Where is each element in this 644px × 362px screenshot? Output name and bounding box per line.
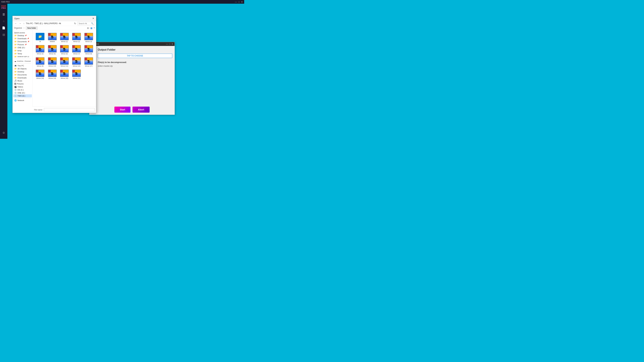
sidebar-item-label: Temp bbox=[18, 53, 22, 55]
file-item-4k[interactable]: 📁 4k bbox=[35, 32, 46, 43]
file-item-390609[interactable]: 390609 bbox=[47, 32, 58, 43]
home-icon[interactable]: ⌂ bbox=[1, 18, 6, 24]
main-area: Open ✕ ← → ↑ This PC › TWO (E:) › WALLPA… bbox=[8, 4, 244, 139]
file-item-winrar9[interactable]: Winrar (9) bbox=[35, 57, 46, 67]
pin-icon: 📌 bbox=[25, 35, 27, 36]
folder-icon: 📁 bbox=[14, 52, 17, 55]
file-item-winrar6[interactable]: Winrar (6) bbox=[59, 44, 70, 55]
sidebar-item-3d[interactable]: 📁 3D Objects bbox=[13, 67, 32, 70]
file-item-winrar1[interactable]: Winrar (1) bbox=[59, 32, 70, 43]
output-close-btn[interactable]: ✕ bbox=[172, 43, 173, 45]
output-maximize-btn[interactable]: □ bbox=[169, 43, 170, 45]
view-icon-1[interactable]: ⊞ bbox=[87, 27, 89, 29]
pin-icon: 📌 bbox=[28, 41, 29, 42]
sidebar-item-pictures-pc[interactable]: 🖼 Pictures bbox=[13, 82, 32, 85]
path-wallpapers[interactable]: WALLPAPERS bbox=[44, 22, 58, 25]
settings-icon[interactable]: ⚙ bbox=[1, 130, 6, 135]
help-icon[interactable]: ? bbox=[94, 27, 95, 29]
file-item-winrar7[interactable]: Winrar (7) bbox=[71, 44, 82, 55]
sidebar-item-desktop-quick[interactable]: 📁 Desktop 📌 bbox=[13, 34, 32, 37]
file-icon[interactable]: 📄 bbox=[1, 25, 6, 30]
rar-thumb bbox=[36, 45, 44, 52]
close-btn[interactable]: ✕ bbox=[241, 1, 243, 3]
sidebar-item-pictures-quick[interactable]: 📁 Pictures 📌 bbox=[13, 43, 32, 46]
rar-thumb bbox=[72, 69, 81, 77]
rar-thumb bbox=[60, 57, 69, 65]
file-grid: 📁 4k 390609 Winrar (1) Winrar (2) bbox=[34, 31, 95, 80]
search-input[interactable] bbox=[79, 22, 90, 24]
file-item-winrar4[interactable]: Winrar (4) bbox=[35, 44, 46, 55]
sidebar-item-label: ONE (D:) bbox=[18, 46, 25, 49]
sidebar-item-desktop-pc[interactable]: 📁 Desktop bbox=[13, 70, 32, 73]
sidebar-item-label: Desktop bbox=[18, 71, 24, 73]
sidebar-item-temp2[interactable]: 📁 Temp bbox=[13, 52, 32, 55]
rar-thumb bbox=[36, 57, 44, 65]
pin-icon: 📌 bbox=[27, 38, 29, 39]
sidebar-item-oned2[interactable]: 💿 ONE (D:) bbox=[13, 91, 32, 94]
organize-btn[interactable]: Organize bbox=[14, 27, 22, 29]
sidebar-item-osc[interactable]: 💿 OS (C:) bbox=[13, 88, 32, 91]
disk-icon: 💿 bbox=[14, 95, 17, 97]
file-item-winrar19[interactable]: Winrar (19) bbox=[47, 69, 58, 80]
file-item-winrar11[interactable]: Winrar (11) bbox=[59, 57, 70, 67]
sidebar-item-temp1[interactable]: 📁 temp bbox=[13, 49, 32, 52]
files-to-decompress-label: File(s) to be decompressed: bbox=[98, 61, 172, 63]
path-two[interactable]: TWO (E:) bbox=[34, 22, 43, 25]
sidebar-item-documents-quick[interactable]: 📁 Documents 📌 bbox=[13, 40, 32, 43]
search-icon: 🔍 bbox=[91, 22, 94, 25]
file-item-winrar8[interactable]: Winrar (8) bbox=[83, 44, 94, 55]
sidebar-item-onedrive[interactable]: ☁ OneDrive - Personal bbox=[13, 60, 32, 63]
menu-icon[interactable]: ☰ bbox=[1, 12, 6, 17]
view-icon-2[interactable]: ▦ bbox=[90, 27, 92, 29]
start-button[interactable]: Start bbox=[114, 107, 130, 113]
sidebar-item-thispc[interactable]: 💻 This PC bbox=[13, 64, 32, 67]
dialog-title: Open bbox=[14, 17, 20, 20]
file-item-winrar20[interactable]: Winrar (20) bbox=[59, 69, 70, 80]
file-item-winrar21[interactable]: Winrar (21) bbox=[71, 69, 82, 80]
rar-thumb bbox=[60, 69, 69, 77]
abort-button[interactable]: Abort bbox=[132, 107, 150, 113]
up-btn[interactable]: ↑ bbox=[23, 22, 25, 25]
disk-icon: 💿 bbox=[14, 92, 17, 94]
new-folder-btn[interactable]: New folder bbox=[26, 26, 38, 29]
output-minimize-btn[interactable]: — bbox=[166, 43, 168, 45]
sidebar-item-downloads-quick[interactable]: 📁 Downloads 📌 bbox=[13, 37, 32, 40]
rar-thumb bbox=[48, 45, 57, 52]
file-item-winrar17[interactable]: Winrar (17) bbox=[83, 57, 94, 67]
file-item-winrar2[interactable]: Winrar (2) bbox=[71, 32, 82, 43]
sidebar-item-videos[interactable]: 🎬 Videos bbox=[13, 85, 32, 88]
forward-btn[interactable]: → bbox=[18, 22, 22, 25]
rar-thumb bbox=[72, 45, 81, 52]
sidebar-item-music[interactable]: 🎵 Music bbox=[13, 79, 32, 82]
network-icon: 🌐 bbox=[14, 99, 17, 102]
app-sidebar: RAR PRO ☰ ⌂ 📄 ▤ ⚙ bbox=[0, 4, 8, 139]
file-item-winrar10[interactable]: Winrar (10) bbox=[47, 57, 58, 67]
sidebar-item-documents-pc[interactable]: 📁 Documents bbox=[13, 73, 32, 76]
path-4k[interactable]: 4k bbox=[59, 22, 61, 25]
maximize-btn[interactable]: □ bbox=[238, 1, 240, 3]
filename-row: File name: bbox=[33, 107, 96, 113]
sidebar-item-twoe[interactable]: 💿 TWO (E:) bbox=[13, 94, 32, 97]
sidebar-item-oned[interactable]: 📁 ONE (D:) bbox=[13, 46, 32, 49]
file-item-winrar12[interactable]: Winrar (12) bbox=[71, 57, 82, 67]
output-titlebar: RAR PRO — □ ✕ bbox=[90, 42, 174, 46]
minimize-btn[interactable]: — bbox=[235, 1, 237, 3]
refresh-btn[interactable]: ↻ bbox=[74, 22, 77, 25]
file-item-winrar5[interactable]: Winrar (5) bbox=[47, 44, 58, 55]
sidebar-item-network[interactable]: 🌐 Network bbox=[13, 99, 32, 102]
sidebar-item-downloads-pc[interactable]: 📁 Downloads bbox=[13, 76, 32, 79]
music-icon: 🎵 bbox=[14, 80, 17, 82]
path-thispc[interactable]: This PC bbox=[26, 22, 33, 25]
rar-thumb bbox=[72, 57, 81, 65]
folder-icon: 📁 bbox=[14, 46, 17, 49]
file-item-winrar3[interactable]: Winrar (3) bbox=[83, 32, 94, 43]
back-btn[interactable]: ← bbox=[14, 22, 18, 25]
sidebar-item-winrar-sep[interactable]: 📁 WINRAR SEP 13 bbox=[13, 55, 32, 58]
pc-icon: 💻 bbox=[14, 64, 17, 67]
pictures-icon: 🖼 bbox=[14, 83, 16, 85]
file-item-winrar18[interactable]: Winrar (18) bbox=[35, 69, 46, 80]
list-icon[interactable]: ▤ bbox=[1, 32, 6, 37]
dialog-close-btn[interactable]: ✕ bbox=[92, 17, 94, 20]
tap-to-choose-btn[interactable]: TAP TO CHOOSE bbox=[98, 54, 172, 58]
filename-input[interactable] bbox=[44, 108, 95, 111]
